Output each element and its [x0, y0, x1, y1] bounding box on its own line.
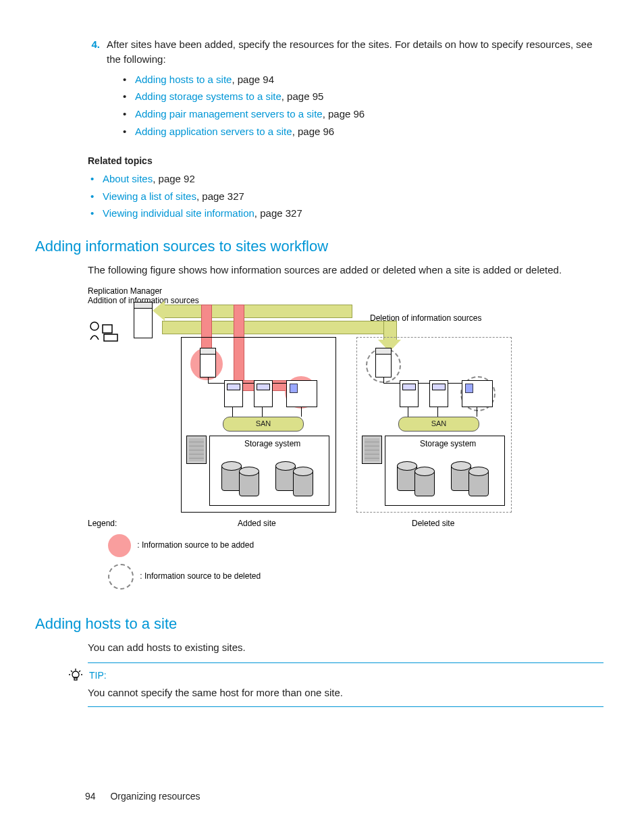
wide-server-icon [286, 380, 317, 407]
related-suffix: , page 92 [153, 173, 195, 184]
added-site-label: Added site [238, 518, 276, 529]
link-viewing-individual[interactable]: Viewing individual site information [103, 207, 254, 219]
wide-server-icon [462, 380, 493, 407]
added-server-icon [200, 348, 216, 377]
cylinder-icon [293, 467, 313, 496]
connector-line [208, 377, 209, 383]
arrow-addition [162, 305, 352, 318]
chapter-title: Organizing resources [110, 791, 200, 802]
related-topics-heading: Related topics [88, 154, 603, 167]
connector-line [301, 407, 302, 417]
legend-heading: Legend: [88, 518, 117, 529]
link-adding-pair-mgmt[interactable]: Adding pair management servers to a site [135, 108, 323, 120]
section1-paragraph: The following figure shows how informati… [88, 263, 603, 278]
svg-line-9 [79, 671, 80, 672]
tip-block: TIP: You cannot specify the same host fo… [88, 662, 603, 707]
deleted-site-label: Deleted site [412, 518, 454, 529]
bullet-item: Adding pair management servers to a site… [107, 107, 603, 122]
related-suffix: , page 327 [196, 190, 244, 202]
connector-line [408, 407, 408, 417]
workflow-diagram: Replication Manager Addition of informat… [88, 286, 506, 600]
host-icon [400, 380, 419, 407]
page-number: 94 [85, 791, 96, 802]
bullet-suffix: , page 94 [232, 74, 274, 85]
tip-row: TIP: [69, 669, 603, 682]
connector-line [262, 407, 263, 417]
cylinder-icon [414, 467, 435, 496]
storage-label-2: Storage system [420, 438, 476, 450]
deleted-server-icon [375, 348, 392, 377]
tape-icon [186, 436, 207, 464]
link-adding-hosts[interactable]: Adding hosts to a site [135, 74, 232, 85]
related-item: About sites, page 92 [88, 172, 603, 186]
bullet-item: Adding application servers to a site, pa… [107, 124, 603, 139]
section2-paragraph: You can add hosts to existing sites. [88, 640, 603, 655]
related-item: Viewing individual site information, pag… [88, 206, 603, 221]
document-page: 4. After sites have been added, specify … [0, 0, 644, 834]
link-adding-app-servers[interactable]: Adding application servers to a site [135, 126, 292, 137]
svg-rect-1 [103, 325, 112, 333]
step-number: 4. [81, 37, 107, 146]
bullet-suffix: , page 96 [323, 108, 365, 120]
connector-line [232, 407, 233, 417]
arrow-addition-head [153, 301, 165, 321]
heading-adding-info-sources: Adding information sources to sites work… [35, 236, 603, 257]
host-icon [254, 380, 273, 407]
link-viewing-list[interactable]: Viewing a list of sites [103, 190, 196, 202]
tip-rule-top [88, 662, 603, 663]
tape-icon [362, 436, 382, 464]
san-label-1: SAN [223, 417, 304, 432]
step-bullets: Adding hosts to a site, page 94 Adding s… [107, 72, 603, 139]
legend-add-text: : Information source to be added [137, 540, 254, 550]
replication-server-icon [134, 302, 153, 338]
connector-line [477, 407, 477, 417]
legend-del-text: : Information source to be deleted [140, 571, 261, 581]
svg-line-8 [71, 671, 72, 672]
san-label-2: SAN [398, 417, 479, 432]
legend-dash-circle-icon [108, 564, 134, 590]
ordered-step-4: 4. After sites have been added, specify … [41, 37, 603, 146]
page-footer: 94 Organizing resources [85, 789, 200, 803]
legend-red-circle-icon [108, 534, 131, 557]
link-about-sites[interactable]: About sites [103, 173, 153, 184]
heading-adding-hosts: Adding hosts to a site [35, 613, 603, 635]
cylinder-icon [239, 467, 259, 496]
host-icon [429, 380, 448, 407]
tip-text: You cannot specify the same host for mor… [88, 685, 603, 700]
related-item: Viewing a list of sites, page 327 [88, 189, 603, 204]
host-icon [224, 380, 243, 407]
svg-rect-4 [74, 677, 77, 680]
connector-line [437, 407, 438, 417]
related-topics-list: About sites, page 92 Viewing a list of s… [88, 172, 603, 221]
arrow-deletion-h [162, 321, 385, 334]
tip-label: TIP: [89, 669, 107, 682]
legend-row-add: : Information source to be added [108, 534, 250, 557]
tip-rule-bottom [88, 706, 603, 707]
svg-point-0 [90, 322, 99, 330]
svg-rect-2 [104, 334, 117, 341]
cylinder-icon [468, 467, 489, 496]
connector-line [383, 377, 384, 383]
tip-icon [69, 669, 82, 682]
step-body: After sites have been added, specify the… [107, 37, 603, 146]
related-suffix: , page 327 [254, 207, 302, 219]
bullet-item: Adding hosts to a site, page 94 [107, 72, 603, 87]
storage-label-1: Storage system [244, 438, 300, 450]
user-icon [88, 319, 122, 344]
bullet-suffix: , page 95 [281, 90, 324, 102]
step-text: After sites have been added, specify the… [107, 38, 593, 65]
bullet-item: Adding storage systems to a site, page 9… [107, 89, 603, 104]
bullet-suffix: , page 96 [292, 126, 335, 137]
link-adding-storage[interactable]: Adding storage systems to a site [135, 90, 281, 102]
legend-row-del: : Information source to be deleted [108, 564, 257, 590]
